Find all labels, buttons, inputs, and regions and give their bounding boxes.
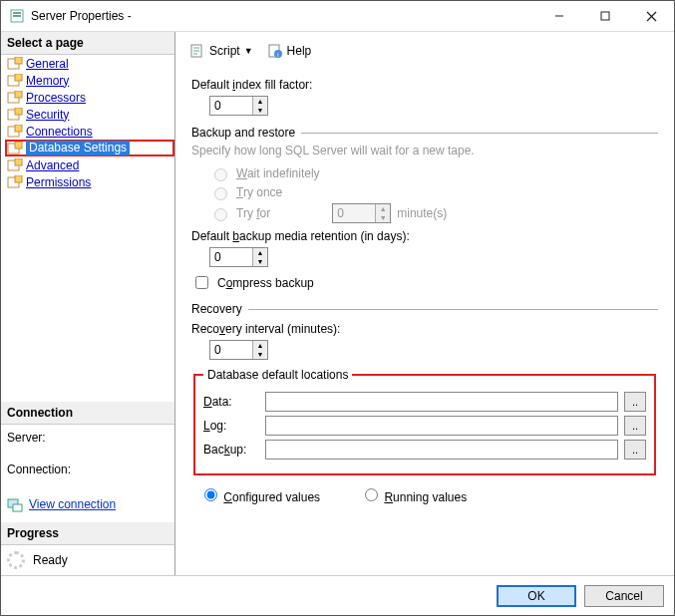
log-browse-button[interactable]: .. (624, 416, 646, 436)
script-icon (189, 43, 205, 59)
compress-checkbox[interactable] (195, 276, 208, 289)
minimize-button[interactable] (536, 1, 582, 31)
ok-button[interactable]: OK (497, 585, 576, 607)
configured-label: Configured values (223, 490, 320, 504)
sidebar: Select a page General Memory Processors … (1, 32, 175, 575)
step-down-icon[interactable]: ▼ (253, 257, 267, 266)
page-icon (7, 125, 23, 139)
sidebar-item-general[interactable]: General (5, 55, 174, 72)
sidebar-item-processors[interactable]: Processors (5, 89, 174, 106)
page-icon (7, 74, 23, 88)
backup-browse-button[interactable]: .. (624, 440, 646, 460)
sidebar-item-security[interactable]: Security (5, 106, 174, 123)
recovery-title: Recovery (191, 302, 242, 316)
data-label: Data: (203, 395, 259, 409)
chevron-down-icon: ▼ (244, 46, 253, 56)
step-up-icon[interactable]: ▲ (253, 341, 267, 350)
retention-label: Default backup media retention (in days)… (191, 229, 658, 243)
help-label: Help (287, 44, 312, 58)
close-button[interactable] (628, 1, 674, 31)
view-connection-link[interactable]: View connection (29, 497, 116, 511)
backup-restore-title: Backup and restore (191, 126, 295, 140)
svg-rect-12 (15, 91, 22, 98)
try-once-label: Try once (236, 185, 282, 199)
try-for-input (333, 204, 375, 222)
data-browse-button[interactable]: .. (624, 392, 646, 412)
recovery-interval-input[interactable] (210, 341, 252, 359)
running-label: Running values (384, 490, 467, 504)
log-label: Log: (203, 419, 259, 433)
page-list: General Memory Processors Security Conne… (1, 55, 174, 190)
svg-rect-1 (13, 12, 21, 14)
fill-factor-label: Default index fill factor: (191, 78, 658, 92)
sidebar-item-permissions[interactable]: Permissions (5, 173, 174, 190)
step-up-icon: ▲ (376, 204, 390, 213)
recovery-interval-stepper[interactable]: ▲▼ (209, 340, 268, 360)
svg-rect-10 (15, 74, 22, 81)
sidebar-item-label: Connections (26, 125, 93, 139)
step-up-icon[interactable]: ▲ (253, 97, 267, 106)
fill-factor-stepper[interactable]: ▲▼ (209, 96, 268, 116)
locations-title: Database default locations (203, 368, 352, 382)
try-for-unit: minute(s) (397, 206, 447, 220)
help-icon: i (267, 43, 283, 59)
sidebar-item-connections[interactable]: Connections (5, 123, 174, 140)
step-down-icon[interactable]: ▼ (253, 106, 267, 115)
sidebar-item-label: Memory (26, 74, 69, 88)
fill-factor-input[interactable] (210, 97, 252, 115)
step-up-icon[interactable]: ▲ (253, 248, 267, 257)
step-down-icon[interactable]: ▼ (253, 350, 267, 359)
page-icon (7, 158, 23, 172)
svg-rect-8 (15, 57, 22, 64)
sidebar-item-label: Database Settings (29, 141, 127, 154)
sidebar-item-label: Permissions (26, 175, 91, 189)
retention-stepper[interactable]: ▲▼ (209, 247, 268, 267)
main-panel: Script ▼ i Help Default index fill facto… (175, 32, 674, 575)
server-properties-window: Server Properties - Select a page Genera… (0, 0, 675, 616)
log-path-input[interactable] (265, 416, 618, 436)
svg-rect-18 (15, 142, 22, 149)
progress-header: Progress (1, 522, 174, 545)
step-down-icon: ▼ (376, 213, 390, 222)
try-for-stepper: ▲▼ (332, 203, 391, 223)
sidebar-item-memory[interactable]: Memory (5, 72, 174, 89)
data-path-input[interactable] (265, 392, 618, 412)
configured-values-radio[interactable]: Configured values (199, 485, 320, 504)
cancel-button[interactable]: Cancel (584, 585, 664, 607)
page-icon (7, 57, 23, 71)
connection-label: Connection: (7, 462, 169, 476)
backup-path-input[interactable] (265, 440, 618, 460)
toolbar: Script ▼ i Help (185, 38, 664, 64)
help-button[interactable]: i Help (263, 41, 316, 61)
dialog-footer: OK Cancel (1, 575, 674, 615)
page-icon (7, 175, 23, 189)
server-label: Server: (7, 431, 169, 445)
svg-text:i: i (277, 52, 278, 58)
svg-rect-20 (15, 158, 22, 165)
wait-indef-label: Wait indefinitely (236, 166, 320, 180)
svg-rect-16 (15, 125, 22, 132)
sidebar-item-database-settings[interactable]: Database Settings (5, 140, 174, 156)
sidebar-item-label: Advanced (26, 158, 79, 172)
wait-indef-radio (214, 168, 227, 181)
maximize-button[interactable] (582, 1, 628, 31)
svg-rect-24 (13, 504, 22, 511)
sidebar-item-label: Processors (26, 91, 86, 105)
sidebar-item-advanced[interactable]: Advanced (5, 156, 174, 173)
window-title: Server Properties - (31, 9, 536, 23)
recovery-interval-label: Recovery interval (minutes): (191, 322, 658, 336)
backup-label: Backup: (203, 443, 259, 457)
connection-header: Connection (1, 402, 174, 425)
running-values-radio[interactable]: Running values (360, 485, 467, 504)
compress-label: Compress backup (217, 276, 314, 290)
page-icon (7, 108, 23, 122)
try-once-radio (214, 187, 227, 200)
default-locations-group: Database default locations Data: .. Log:… (193, 368, 656, 475)
script-button[interactable]: Script ▼ (185, 41, 257, 61)
retention-input[interactable] (210, 248, 252, 266)
titlebar: Server Properties - (1, 1, 674, 32)
app-icon (9, 8, 25, 24)
progress-status: Ready (33, 553, 68, 567)
try-for-radio (214, 208, 227, 221)
script-label: Script (209, 44, 240, 58)
